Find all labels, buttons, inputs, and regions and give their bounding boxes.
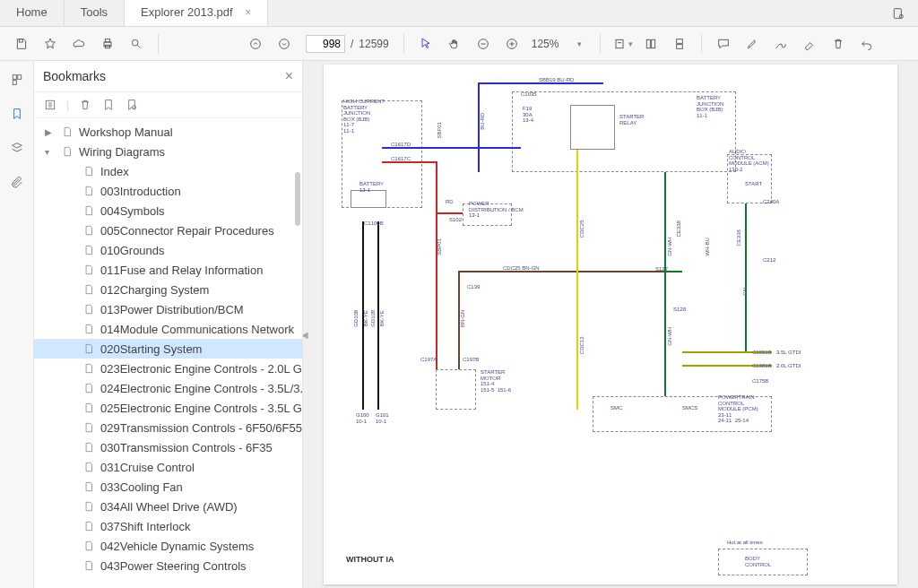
tab-home[interactable]: Home (0, 0, 65, 26)
zoom-out-icon[interactable] (471, 31, 496, 56)
bookmark-item[interactable]: 043Power Steering Controls (34, 556, 302, 575)
page-icon (82, 282, 95, 297)
svg-rect-18 (13, 81, 16, 85)
attachments-icon[interactable] (5, 170, 29, 194)
conn-c1551b: C1551B (752, 350, 772, 356)
page-down-icon[interactable] (272, 31, 297, 56)
bookmark-item[interactable]: Index (34, 161, 302, 181)
comment-icon[interactable] (711, 31, 736, 56)
undo-icon[interactable] (854, 31, 879, 56)
page-icon (82, 381, 95, 395)
bookmark-label: 013Power Distribution/BCM (100, 303, 244, 316)
bookmark-label: 042Vehicle Dynamic Systems (100, 540, 254, 553)
tab-tools[interactable]: Tools (65, 0, 125, 26)
bookmark-item[interactable]: 034All Wheel Drive (AWD) (34, 497, 302, 516)
page-number-input[interactable] (306, 35, 345, 53)
bookmark-item[interactable]: 037Shift Interlock (34, 516, 302, 536)
page-icon (82, 519, 95, 533)
svg-rect-11 (616, 39, 623, 48)
save-icon[interactable] (9, 31, 34, 56)
toolbar-separator (600, 34, 601, 54)
scroll-mode-icon[interactable] (667, 31, 692, 56)
label-pd-bcm: POWER DISTRIBUTION / BCM 13-1 (469, 201, 524, 219)
page-icon (82, 164, 95, 178)
bookmark-label: Wiring Diagrams (79, 145, 165, 159)
wl-ce338: CE338 (676, 220, 682, 237)
print-icon[interactable] (95, 31, 120, 56)
bookmark-item[interactable]: 024Electronic Engine Controls - 3.5L/3.7… (34, 378, 302, 398)
wl-bkye1: BK-YE (363, 310, 369, 326)
bookmark-item[interactable]: 025Electronic Engine Controls - 3.5L GTD… (34, 398, 302, 418)
sidepanel-close-icon[interactable]: × (285, 68, 293, 84)
highlight-icon[interactable] (740, 31, 765, 56)
bookmark-item[interactable]: 020Starting System (34, 339, 302, 359)
svg-rect-17 (17, 75, 21, 80)
cloud-icon[interactable] (66, 31, 91, 56)
svg-rect-2 (19, 39, 22, 41)
bookmark-root-wiring[interactable]: ▾ Wiring Diagrams (34, 142, 302, 161)
bookmark-add-icon[interactable] (101, 98, 116, 112)
bookmark-item[interactable]: 014Module Communications Network (34, 319, 302, 339)
bookmark-item[interactable]: 012Charging System (34, 280, 302, 299)
bookmark-item[interactable]: 005Connector Repair Procedures (34, 220, 302, 240)
search-icon[interactable] (124, 31, 149, 56)
bookmark-options-icon[interactable] (43, 98, 57, 112)
conn-c1381b: C1381B (752, 363, 772, 369)
layers-icon[interactable] (5, 136, 29, 160)
bookmark-item[interactable]: 029Transmission Controls - 6F50/6F55 (34, 418, 302, 437)
zoom-dropdown[interactable] (566, 31, 591, 56)
bookmark-delete-icon[interactable] (78, 98, 92, 112)
bookmark-item[interactable]: 010Grounds (34, 240, 302, 260)
collapse-panel-icon[interactable]: ◀ (303, 330, 308, 340)
bookmark-item[interactable]: 004Symbols (34, 201, 302, 220)
bookmark-item[interactable]: 013Power Distribution/BCM (34, 299, 302, 319)
chevron-right-icon[interactable]: ▶ (45, 127, 56, 137)
star-icon[interactable] (38, 31, 63, 56)
hand-icon[interactable] (442, 31, 467, 56)
thumbnails-icon[interactable] (5, 68, 29, 91)
bookmark-item[interactable]: 033Cooling Fan (34, 477, 302, 497)
draw-icon[interactable] (768, 31, 793, 56)
scrollbar-thumb[interactable] (295, 172, 300, 226)
bookmark-label: 012Charging System (100, 283, 209, 297)
wl-gnwh2: GN-WH (667, 327, 673, 346)
pdf-page[interactable]: HIGH CURRENT BATTERY JUNCTION BOX (BJB) … (324, 65, 897, 584)
zoom-in-icon[interactable] (499, 31, 524, 56)
label-pcm: POWERTRAIN CONTROL MODULE (PCM) 23-11 24… (718, 394, 758, 424)
page-icon (61, 144, 74, 159)
erase-icon[interactable] (797, 31, 822, 56)
bookmarks-icon[interactable] (5, 102, 29, 125)
tab-close-icon[interactable]: × (245, 6, 251, 19)
conn-g100: G100 10-1 (356, 412, 369, 424)
pointer-icon[interactable] (413, 31, 438, 56)
wl-ce336: CE336 (736, 229, 742, 246)
section-title-bottom: WITHOUT IA (346, 556, 394, 565)
page-icon (82, 263, 95, 277)
label-gtdi20: 2.0L GTDI (776, 363, 801, 369)
page-icon (82, 480, 95, 494)
bookmark-label: 030Transmission Controls - 6F35 (100, 441, 273, 454)
page-view-icon[interactable] (638, 31, 663, 56)
page-icon (82, 558, 95, 573)
fit-page-icon[interactable] (610, 31, 635, 56)
bookmark-item[interactable]: 003Introduction (34, 181, 302, 201)
bookmark-item[interactable]: 042Vehicle Dynamic Systems (34, 536, 302, 556)
page-icon (82, 342, 95, 356)
bookmark-tree[interactable]: ▶ Workshop Manual ▾ Wiring Diagrams Inde… (34, 118, 302, 588)
wl-sbp01: SBP01 (437, 238, 443, 255)
tab-document[interactable]: Explorer 2013.pdf × (125, 0, 268, 26)
page-icon (82, 361, 95, 376)
bookmark-root-workshop[interactable]: ▶ Workshop Manual (34, 122, 302, 142)
bookmark-find-icon[interactable] (125, 98, 139, 112)
bookmark-item[interactable]: 023Electronic Engine Controls - 2.0L GTD… (34, 359, 302, 378)
bookmark-item[interactable]: 011Fuse and Relay Information (34, 260, 302, 280)
page-icon (82, 243, 95, 257)
bookmark-item[interactable]: 030Transmission Controls - 6F35 (34, 437, 302, 457)
bookmark-item[interactable]: 031Cruise Control (34, 457, 302, 477)
chevron-down-icon[interactable]: ▾ (45, 147, 56, 157)
svg-rect-14 (677, 39, 683, 43)
page-up-icon[interactable] (243, 31, 268, 56)
page-icon (82, 322, 95, 336)
search-doc-icon[interactable] (886, 1, 911, 26)
delete-icon[interactable] (826, 31, 851, 56)
